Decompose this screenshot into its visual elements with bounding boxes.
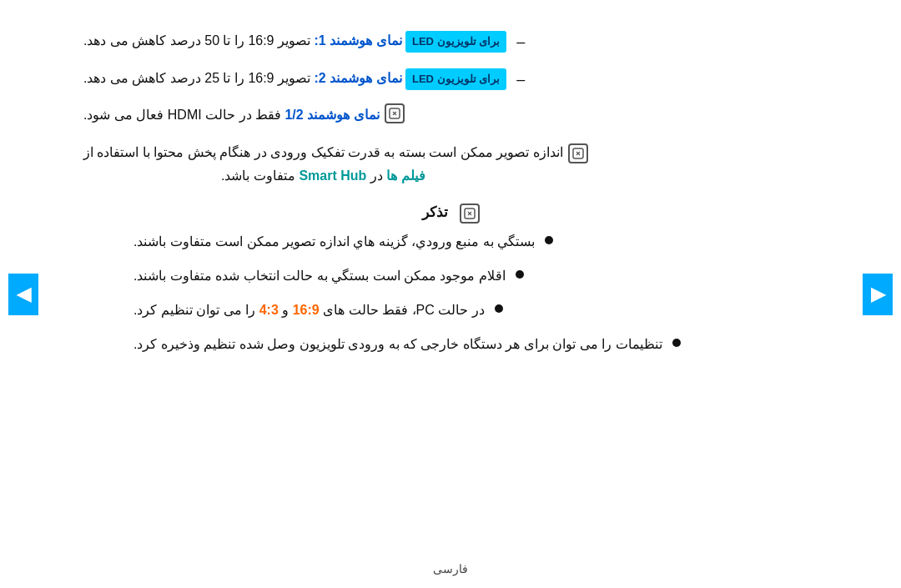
row4-smarthub: Smart Hub [299,168,366,183]
list-item-row-4: اندازه تصویر ممکن است بسته به قدرت تفکیک… [83,141,818,186]
list-item-row-1: – برای تلویزیون LED نمای هوشمند 1: تصویر… [83,29,818,55]
note-icon-main [460,204,480,224]
content-area: – برای تلویزیون LED نمای هوشمند 1: تصویر… [67,17,834,380]
main-content: – برای تلویزیون LED نمای هوشمند 1: تصویر… [0,0,901,588]
note-label: تذکر [422,204,448,221]
row1-bold: نمای هوشمند 1: [314,33,401,48]
row2-bold: نمای هوشمند 2: [314,71,401,85]
row3-text: نمای هوشمند 1/2 فقط در حالت HDMI فعال می… [83,103,380,126]
note-icon-4 [568,143,588,163]
row3-bold: نمای هوشمند 1/2 [284,108,379,122]
nav-arrow-left[interactable]: ◀ [8,274,38,315]
bullet-dot-1 [545,236,553,244]
bullet-text-1: بستگي به منبع ورودي، گزينه هاي اندازه تص… [133,230,535,253]
bullet-dot-3 [495,304,503,313]
bullet-item-2: اقلام موجود ممكن است بستگي به حالت انتخا… [133,264,768,287]
row2-content: نمای هوشمند 2: تصویر 16:9 را تا 25 درصد … [83,71,402,85]
footer-language: فارسی [433,562,468,575]
row4-filmha: فیلم ها [386,168,425,183]
list-item-row-3: نمای هوشمند 1/2 فقط در حالت HDMI فعال می… [83,103,818,126]
bullet-list: بستگي به منبع ورودي، گزينه هاي اندازه تص… [133,230,768,356]
dash-2: – [516,67,525,93]
list-item-row-2: – برای تلویزیون LED نمای هوشمند 2: تصویر… [83,67,818,93]
bullet-dot-4 [672,339,681,347]
row1-content: نمای هوشمند 1: تصویر 16:9 را تا 50 درصد … [83,33,402,48]
bullet-dot-2 [516,270,524,279]
bullet3-bold1: 16:9 [293,303,320,317]
bullet-item-4: تنظیمات را می توان برای هر دستگاه خارجی … [133,333,768,355]
bullet3-bold2: 4:3 [259,303,279,317]
bullet-text-4: تنظیمات را می توان برای هر دستگاه خارجی … [133,333,662,355]
bullet-text-3: در حالت PC، فقط حالت های 16:9 و 4:3 را م… [133,299,485,321]
row4-text: اندازه تصویر ممکن است بسته به قدرت تفکیک… [83,141,563,186]
badge-led-1: برای تلویزیون LED [405,31,506,53]
dash-1: – [516,29,525,55]
note-icon-3 [385,103,405,123]
right-arrow-icon: ▶ [871,284,885,305]
row1-text: برای تلویزیون LED نمای هوشمند 1: تصویر 1… [83,29,510,53]
note-section: تذکر [83,204,818,224]
left-arrow-icon: ◀ [17,284,31,305]
badge-led-2: برای تلویزیون LED [405,68,506,90]
bullet-item-1: بستگي به منبع ورودي، گزينه هاي اندازه تص… [133,230,768,253]
nav-arrow-right[interactable]: ▶ [863,274,893,315]
bullet-text-2: اقلام موجود ممكن است بستگي به حالت انتخا… [133,264,506,287]
bullet-item-3: در حالت PC، فقط حالت های 16:9 و 4:3 را م… [133,299,768,321]
row2-text: برای تلویزیون LED نمای هوشمند 2: تصویر 1… [83,67,510,90]
